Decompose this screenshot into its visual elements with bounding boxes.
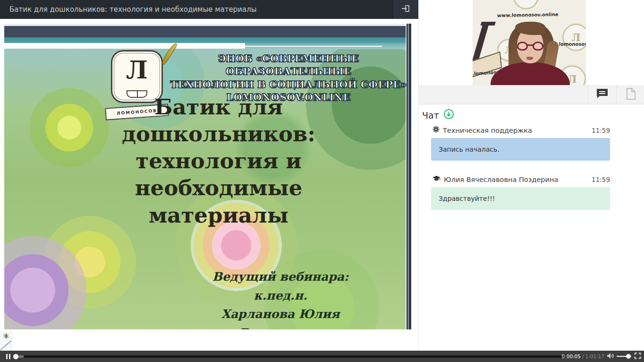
slide-white-line bbox=[245, 46, 382, 47]
slide-corner-thumbnail bbox=[0, 331, 13, 351]
banner-url-text: www.lomonosov.online bbox=[497, 12, 559, 18]
message-bubble: Запись началась. bbox=[431, 138, 610, 161]
presenter-webcam-video: Л Л Л www.lomonosov.online www.lomonosov… bbox=[473, 0, 586, 85]
slide-teal-bar bbox=[4, 37, 411, 43]
tab-files[interactable] bbox=[616, 85, 644, 104]
tab-chat[interactable] bbox=[588, 85, 616, 104]
gear-icon bbox=[432, 126, 440, 135]
message-meta: Техническая поддержка 11:59 bbox=[432, 126, 610, 135]
banner-logo-watermark: Л bbox=[562, 24, 586, 51]
seek-bar[interactable] bbox=[14, 355, 568, 358]
chat-message: Юлия Вячеславовна Поздерина 11:59 Здравс… bbox=[431, 175, 610, 210]
seek-handle[interactable] bbox=[13, 354, 18, 359]
webcam-zone: Л Л Л www.lomonosov.online www.lomonosov… bbox=[419, 0, 644, 85]
fullscreen-button[interactable] bbox=[633, 351, 642, 362]
slide: Л ЛОМОНОСОВ ЭНОБ «СОВРЕМЕННЫЕ ОБРАЗОВАТЕ… bbox=[4, 24, 411, 329]
logo-letter: Л bbox=[112, 55, 161, 84]
fullscreen-icon bbox=[634, 352, 641, 361]
presenter-credit: Ведущий вебинара: к.пед.н. Харланова Юли… bbox=[189, 267, 372, 329]
banner-logo-watermark bbox=[513, 0, 539, 9]
message-bubble: Здравствуйте!!! bbox=[431, 187, 610, 210]
total-time: 1:01:17 bbox=[585, 353, 604, 359]
presenter-glasses bbox=[517, 42, 543, 51]
file-icon bbox=[626, 87, 636, 102]
pause-icon bbox=[6, 354, 8, 359]
message-time: 11:59 bbox=[592, 176, 610, 183]
message-author: Юлия Вячеславовна Поздерина bbox=[444, 176, 558, 183]
glasses-bridge bbox=[527, 44, 533, 46]
message-time: 11:59 bbox=[592, 127, 610, 134]
side-panel-tabbar bbox=[419, 85, 644, 104]
volume-icon bbox=[607, 352, 614, 361]
message-meta: Юлия Вячеславовна Поздерина 11:59 bbox=[432, 175, 610, 184]
org-line-2: ТЕХНОЛОГИИ В СОЦИАЛЬНОЙ СФЕРЕ» bbox=[164, 78, 411, 91]
slide-top-dark-bar bbox=[4, 26, 411, 37]
presentation-video-stage[interactable]: Л ЛОМОНОСОВ ЭНОБ «СОВРЕМЕННЫЕ ОБРАЗОВАТЕ… bbox=[0, 19, 418, 351]
presenter-body bbox=[491, 62, 570, 85]
chat-title: Чат bbox=[422, 110, 439, 121]
exit-button[interactable] bbox=[393, 0, 418, 19]
download-chat-icon[interactable] bbox=[443, 109, 454, 121]
volume-button[interactable] bbox=[606, 351, 615, 362]
org-line-1: ЭНОБ «СОВРЕМЕННЫЕ ОБРАЗОВАТЕЛЬНЫЕ bbox=[164, 52, 411, 78]
presenter-mouth bbox=[526, 57, 533, 60]
pause-icon bbox=[9, 354, 10, 359]
graduation-cap-icon bbox=[432, 175, 441, 184]
glasses-lens bbox=[517, 42, 528, 51]
time-separator: / bbox=[582, 353, 584, 359]
webinar-app: Батик для дошкольников: технология и нео… bbox=[0, 0, 644, 362]
glasses-lens bbox=[533, 42, 543, 51]
message-author: Техническая поддержка bbox=[443, 127, 532, 134]
page-title: Батик для дошкольников: технология и нео… bbox=[0, 5, 393, 14]
titlebar: Батик для дошкольников: технология и нео… bbox=[0, 0, 418, 19]
exit-icon bbox=[401, 3, 411, 16]
volume-handle[interactable] bbox=[626, 354, 631, 359]
chat-message: Техническая поддержка 11:59 Запись начал… bbox=[431, 126, 610, 161]
side-panel: Л Л Л www.lomonosov.online www.lomonosov… bbox=[418, 0, 644, 351]
player-controls: 0:00:05 / 1:01:17 bbox=[0, 351, 644, 362]
chat-messages: Техническая поддержка 11:59 Запись начал… bbox=[419, 126, 644, 210]
chat-bubble-icon bbox=[596, 88, 609, 101]
chat-header: Чат bbox=[422, 109, 644, 121]
pause-button[interactable] bbox=[4, 351, 12, 362]
volume-slider[interactable] bbox=[617, 356, 631, 357]
chat-panel: Чат bbox=[419, 105, 644, 351]
time-display: 0:00:05 / 1:01:17 bbox=[561, 351, 604, 362]
current-time: 0:00:05 bbox=[561, 353, 580, 359]
slide-title: Батик для дошкольников: технология и нео… bbox=[117, 94, 321, 229]
